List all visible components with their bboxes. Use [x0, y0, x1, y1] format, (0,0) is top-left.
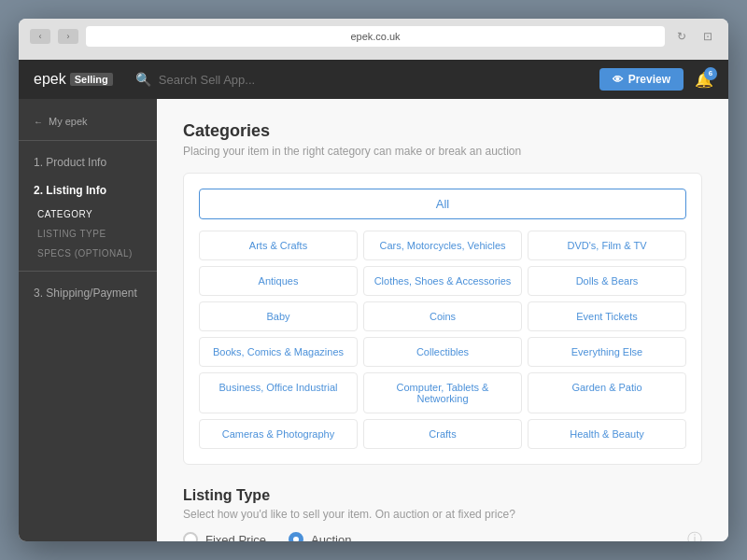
- list-item[interactable]: Collectibles: [363, 337, 522, 367]
- list-item[interactable]: Clothes, Shoes & Accessories: [363, 266, 522, 296]
- search-icon: 🔍: [135, 72, 151, 87]
- list-item[interactable]: Antiques: [199, 266, 358, 296]
- back-arrow-icon: ←: [34, 117, 43, 127]
- list-item[interactable]: Dolls & Bears: [528, 266, 686, 296]
- info-icon[interactable]: ⓘ: [687, 530, 702, 542]
- category-container: All Arts & Crafts Cars, Motorcycles, Veh…: [183, 173, 702, 465]
- sidebar-sub-category[interactable]: CATEGORY: [19, 204, 157, 224]
- auction-option[interactable]: Auction: [289, 532, 351, 541]
- app-top-bar: epek Selling 🔍 👁 Preview 🔔 6: [19, 60, 728, 99]
- nav-back-button[interactable]: ‹: [30, 29, 50, 44]
- list-item[interactable]: Cars, Motorcycles, Vehicles: [363, 231, 522, 260]
- list-item[interactable]: Coins: [363, 301, 522, 331]
- categories-title: Categories: [183, 121, 702, 141]
- list-item[interactable]: Computer, Tablets & Networking: [363, 372, 522, 413]
- auction-radio[interactable]: [289, 532, 303, 541]
- listing-type-section: Listing Type Select how you'd like to se…: [183, 487, 702, 541]
- browser-chrome: ‹ › epek.co.uk ↻ ⊡: [19, 19, 728, 60]
- browser-window: ‹ › epek.co.uk ↻ ⊡ epek Selling 🔍 👁 Prev…: [19, 19, 728, 541]
- sidebar-step-3[interactable]: 3. Shipping/Payment: [19, 279, 157, 307]
- refresh-button[interactable]: ↻: [672, 27, 691, 46]
- sidebar-step-1[interactable]: 1. Product Info: [19, 148, 157, 176]
- preview-button[interactable]: 👁 Preview: [599, 68, 684, 91]
- app-logo: epek Selling: [34, 71, 113, 88]
- list-item[interactable]: Business, Office Industrial: [199, 372, 358, 413]
- fixed-price-option[interactable]: Fixed Price: [183, 532, 266, 541]
- list-item[interactable]: Books, Comics & Magazines: [199, 337, 358, 367]
- all-categories-button[interactable]: All: [199, 189, 686, 219]
- categories-subtitle: Placing your item in the right category …: [183, 145, 702, 158]
- nav-forward-button[interactable]: ›: [58, 29, 78, 44]
- list-item[interactable]: Cameras & Photography: [199, 419, 358, 449]
- sidebar: ← My epek 1. Product Info 2. Listing Inf…: [19, 99, 157, 541]
- app-wrapper: epek Selling 🔍 👁 Preview 🔔 6 ← M: [19, 60, 728, 541]
- sidebar-divider-1: [19, 140, 157, 141]
- list-item[interactable]: DVD's, Film & TV: [528, 231, 686, 260]
- fixed-price-label: Fixed Price: [205, 533, 266, 542]
- sidebar-step-2[interactable]: 2. Listing Info: [19, 176, 157, 204]
- sidebar-sub-listing-type[interactable]: LISTING TYPE: [19, 224, 157, 244]
- listing-type-subtitle: Select how you'd like to sell your item.…: [183, 508, 702, 521]
- content-area: Categories Placing your item in the righ…: [157, 99, 728, 541]
- list-item[interactable]: Baby: [199, 301, 358, 331]
- sidebar-my-epek[interactable]: ← My epek: [19, 110, 157, 133]
- logo-text: epek: [34, 71, 66, 88]
- ext-button[interactable]: ⊡: [698, 27, 717, 46]
- search-input[interactable]: [159, 73, 308, 87]
- categories-section: Categories Placing your item in the righ…: [183, 121, 702, 465]
- category-grid: Arts & Crafts Cars, Motorcycles, Vehicle…: [199, 231, 686, 449]
- list-item[interactable]: Event Tickets: [528, 301, 686, 331]
- main-layout: ← My epek 1. Product Info 2. Listing Inf…: [19, 99, 728, 541]
- list-item[interactable]: Crafts: [363, 419, 522, 449]
- listing-type-options-row: Fixed Price Auction ⓘ: [183, 532, 702, 541]
- list-item[interactable]: Garden & Patio: [528, 372, 686, 413]
- list-item[interactable]: Health & Beauty: [528, 419, 686, 449]
- notification-badge: 6: [704, 67, 717, 80]
- logo-selling-tag: Selling: [70, 73, 113, 86]
- listing-type-title: Listing Type: [183, 487, 702, 504]
- search-area: 🔍: [135, 72, 577, 87]
- eye-icon: 👁: [613, 74, 623, 85]
- list-item[interactable]: Everything Else: [528, 337, 686, 367]
- auction-label: Auction: [311, 533, 351, 542]
- fixed-price-radio[interactable]: [183, 532, 198, 541]
- notification-button[interactable]: 🔔 6: [695, 71, 713, 89]
- sidebar-sub-specs[interactable]: SPECS (OPTIONAL): [19, 244, 157, 263]
- list-item[interactable]: Arts & Crafts: [199, 231, 358, 260]
- sidebar-divider-2: [19, 271, 157, 272]
- address-bar: epek.co.uk: [86, 26, 665, 47]
